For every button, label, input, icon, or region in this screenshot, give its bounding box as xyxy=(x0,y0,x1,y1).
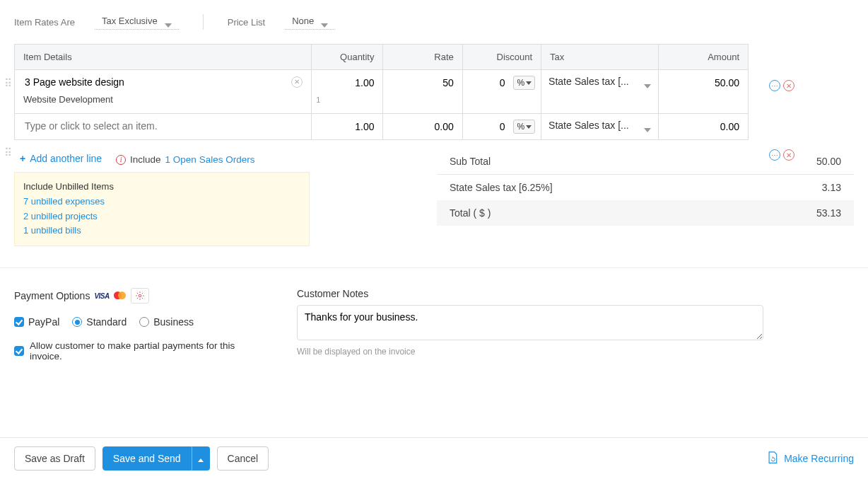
subtotal-label: Sub Total xyxy=(450,156,491,167)
item-rates-value: Tax Exclusive xyxy=(102,16,158,26)
standard-radio[interactable]: Standard xyxy=(72,316,127,328)
unbilled-bills-link[interactable]: 1 unbilled bills xyxy=(23,224,300,238)
unbilled-projects-link[interactable]: 2 unbilled projects xyxy=(23,209,300,224)
discount-unit-toggle[interactable]: % xyxy=(513,76,535,90)
business-radio[interactable]: Business xyxy=(139,316,194,328)
item-name-input[interactable] xyxy=(23,76,291,88)
chevron-down-icon xyxy=(644,123,651,127)
total-value: 53.13 xyxy=(816,207,841,219)
radio-icon xyxy=(72,317,82,327)
plus-icon: + xyxy=(20,153,25,164)
cancel-button[interactable]: Cancel xyxy=(217,446,269,471)
item-rates-label: Item Rates Are xyxy=(14,17,75,28)
payment-options-title: Payment Options xyxy=(14,290,90,301)
th-amount: Amount xyxy=(658,45,748,70)
allow-partial-label: Allow customer to make partial payments … xyxy=(30,340,269,362)
make-recurring-link[interactable]: Make Recurring xyxy=(767,451,854,466)
save-draft-button[interactable]: Save as Draft xyxy=(14,446,95,471)
tax-row-label: State Sales tax [6.25%] xyxy=(450,182,553,193)
recurring-doc-icon xyxy=(767,451,778,466)
customer-notes-hint: Will be displayed on the invoice xyxy=(297,347,763,357)
table-row: ✕ Website Development 1 % xyxy=(15,70,749,114)
quantity-input[interactable] xyxy=(312,114,382,139)
chevron-down-icon xyxy=(644,79,651,83)
item-rates-select[interactable]: Tax Exclusive xyxy=(95,14,179,30)
standard-label: Standard xyxy=(86,316,127,328)
open-sales-orders-link[interactable]: 1 Open Sales Orders xyxy=(165,154,255,165)
paypal-checkbox[interactable]: PayPal xyxy=(14,316,59,328)
save-send-button[interactable]: Save and Send xyxy=(102,446,192,471)
row-number: 1 xyxy=(316,96,320,104)
th-item: Item Details xyxy=(15,45,312,70)
row-remove-icon[interactable]: ✕ xyxy=(783,149,794,161)
tax-row-value: 3.13 xyxy=(822,182,841,193)
business-label: Business xyxy=(153,316,194,328)
total-label: Total ( $ ) xyxy=(450,207,491,219)
svg-point-0 xyxy=(139,294,141,297)
discount-input[interactable] xyxy=(463,114,514,139)
radio-icon xyxy=(139,317,149,327)
chevron-down-icon xyxy=(321,19,328,23)
th-tax: Tax xyxy=(541,45,658,70)
discount-unit-toggle[interactable]: % xyxy=(513,120,535,134)
chevron-down-icon xyxy=(165,19,172,23)
subtotal-value: 50.00 xyxy=(816,156,841,167)
mastercard-icon xyxy=(114,292,127,300)
allow-partial-checkbox[interactable] xyxy=(14,346,24,356)
row-remove-icon[interactable]: ✕ xyxy=(783,80,794,91)
discount-unit-value: % xyxy=(517,78,524,88)
unbilled-items-box: Include Unbilled Items 7 unbilled expens… xyxy=(14,172,310,246)
row-more-icon[interactable]: ⋯ xyxy=(769,80,780,91)
separator xyxy=(203,14,204,30)
discount-unit-value: % xyxy=(517,122,524,132)
include-label: Include xyxy=(130,154,161,165)
table-row: % State Sales tax [... xyxy=(15,114,749,140)
tax-value: State Sales tax [... xyxy=(549,120,629,131)
tax-select[interactable]: State Sales tax [... xyxy=(549,76,650,87)
drag-handle-icon[interactable]: ⠿ xyxy=(4,150,11,160)
pricelist-label: Price List xyxy=(228,17,265,28)
gear-icon xyxy=(135,291,145,301)
rate-input[interactable] xyxy=(383,114,462,139)
drag-handle-icon[interactable]: ⠿ xyxy=(4,81,11,91)
clear-icon[interactable]: ✕ xyxy=(291,76,303,88)
item-name-input[interactable] xyxy=(23,120,303,132)
add-line-label: Add another line xyxy=(30,153,102,164)
checkbox-icon xyxy=(14,317,24,327)
rate-input[interactable] xyxy=(383,70,462,96)
item-description[interactable]: Website Development xyxy=(15,91,311,113)
amount-value xyxy=(659,70,748,96)
paypal-label: PayPal xyxy=(28,316,59,328)
th-qty: Quantity xyxy=(312,45,383,70)
quantity-input[interactable] xyxy=(312,70,382,96)
th-discount: Discount xyxy=(462,45,541,70)
th-rate: Rate xyxy=(383,45,462,70)
info-icon: i xyxy=(116,155,126,165)
tax-value: State Sales tax [... xyxy=(549,76,629,87)
caret-up-icon xyxy=(198,458,204,462)
pricelist-select[interactable]: None xyxy=(285,14,335,30)
save-send-more-button[interactable] xyxy=(192,446,210,471)
make-recurring-label: Make Recurring xyxy=(784,453,854,464)
unbilled-expenses-link[interactable]: 7 unbilled expenses xyxy=(23,195,300,209)
add-line-button[interactable]: + Add another line xyxy=(14,149,107,168)
unbilled-title: Include Unbilled Items xyxy=(23,180,300,195)
visa-icon: VISA xyxy=(94,292,109,300)
pricelist-value: None xyxy=(292,16,314,26)
amount-value xyxy=(659,114,748,139)
row-more-icon[interactable]: ⋯ xyxy=(769,149,780,161)
customer-notes-label: Customer Notes xyxy=(297,288,763,299)
tax-select[interactable]: State Sales tax [... xyxy=(549,120,650,131)
payment-settings-button[interactable] xyxy=(131,288,149,304)
customer-notes-textarea[interactable] xyxy=(297,305,763,340)
checkbox-icon xyxy=(14,346,24,356)
discount-input[interactable] xyxy=(463,70,514,96)
